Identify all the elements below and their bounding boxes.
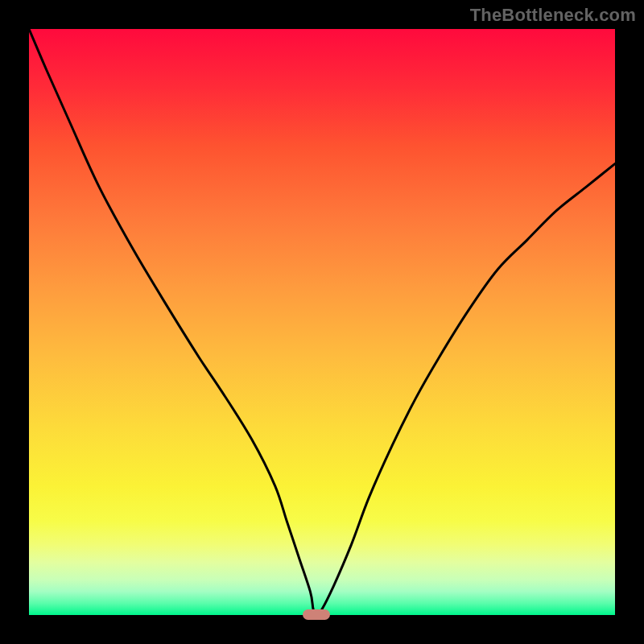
optimum-marker — [303, 609, 330, 620]
bottleneck-curve — [29, 29, 615, 615]
attribution-text: TheBottleneck.com — [470, 5, 636, 26]
chart-container: TheBottleneck.com — [0, 0, 644, 644]
curve-path — [29, 29, 615, 615]
